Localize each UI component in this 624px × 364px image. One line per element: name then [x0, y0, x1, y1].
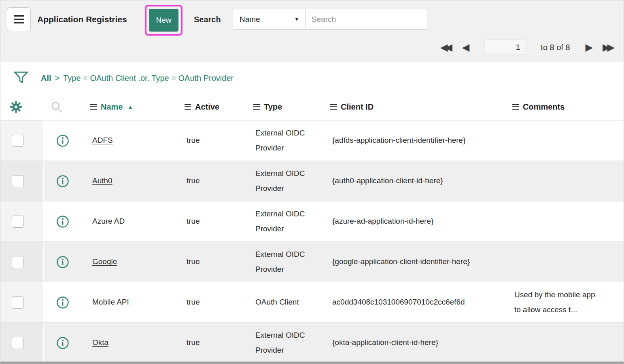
client-id-cell: {azure-ad-application-id-here}: [330, 214, 512, 229]
active-cell: true: [185, 133, 253, 148]
client-id-cell: {google-application-client-identifier-he…: [330, 254, 512, 269]
annotation-highlight: New: [145, 5, 183, 36]
name-cell: Mobile API: [90, 295, 185, 309]
type-cell: OAuth Client: [253, 295, 330, 309]
table-row: ADFS true External OIDC Provider {adfds-…: [0, 120, 624, 161]
active-cell: true: [185, 295, 253, 309]
last-page-icon[interactable]: ▶▶: [603, 42, 615, 52]
record-link[interactable]: Auth0: [92, 176, 112, 185]
column-menu-icon[interactable]: [185, 104, 191, 110]
client-id-cell: ac0dd3408c1031006907010c2cc6ef6d: [330, 295, 512, 309]
name-cell: Google: [90, 254, 185, 269]
table-row: Auth0 true External OIDC Provider {auth0…: [0, 161, 624, 201]
active-cell: true: [185, 214, 253, 229]
active-cell: true: [185, 174, 253, 188]
breadcrumb: All > Type = OAuth Client .or. Type = OA…: [41, 63, 233, 93]
row-select-cell: [0, 161, 44, 201]
table-row: Azure AD true External OIDC Provider {az…: [0, 201, 624, 241]
row-info-cell: [44, 323, 90, 363]
breadcrumb-separator: >: [55, 74, 60, 83]
name-cell: Azure AD: [90, 214, 185, 229]
record-link[interactable]: Okta: [92, 338, 108, 347]
info-icon[interactable]: [56, 215, 69, 228]
row-checkbox[interactable]: [12, 135, 24, 147]
sort-asc-icon: ▲: [127, 104, 133, 110]
row-select-cell: [0, 121, 44, 161]
hamburger-icon: [14, 15, 24, 23]
row-info-cell: [44, 201, 90, 241]
active-cell: true: [185, 335, 253, 350]
column-label-name: Name: [101, 102, 123, 112]
row-select-cell: [0, 242, 44, 282]
breadcrumb-condition-link[interactable]: Type = OAuth Client .or. Type = OAuth Pr…: [63, 74, 233, 83]
type-cell: External OIDC Provider: [253, 247, 330, 276]
record-link[interactable]: ADFS: [92, 136, 113, 144]
column-menu-icon[interactable]: [90, 104, 97, 110]
list-search-cell: [44, 101, 90, 113]
type-cell: External OIDC Provider: [253, 166, 330, 195]
search-icon[interactable]: [51, 101, 63, 113]
comments-cell: Used by the mobile app to allow access t…: [512, 288, 624, 317]
type-cell: External OIDC Provider: [253, 328, 330, 357]
breadcrumb-all-link[interactable]: All: [41, 74, 51, 83]
menu-button[interactable]: [7, 7, 31, 31]
row-checkbox[interactable]: [12, 256, 24, 268]
gear-icon[interactable]: [10, 101, 22, 113]
record-link[interactable]: Mobile API: [92, 298, 129, 306]
column-label-active: Active: [195, 102, 219, 112]
active-cell: true: [185, 254, 253, 269]
info-icon[interactable]: [56, 256, 69, 269]
pagination-range: to 8 of 8: [541, 43, 570, 52]
new-button[interactable]: New: [149, 9, 178, 32]
list-header: Application Registries New Search Name ▼…: [0, 0, 624, 62]
client-id-cell: {auth0-application-client-id-here}: [330, 174, 512, 188]
filter-bar: All > Type = OAuth Client .or. Type = OA…: [0, 63, 624, 93]
client-id-cell: {okta-application-client-id-here}: [330, 335, 512, 350]
record-link[interactable]: Google: [92, 257, 117, 266]
client-id-cell: {adfds-application-client-identifier-her…: [330, 133, 512, 148]
row-checkbox[interactable]: [12, 296, 24, 309]
name-cell: Auth0: [90, 174, 185, 188]
row-info-cell: [44, 121, 90, 161]
row-info-cell: [44, 161, 90, 201]
info-icon[interactable]: [56, 336, 69, 349]
select-arrow-box: ▼: [288, 9, 306, 29]
row-select-cell: [0, 282, 44, 322]
name-cell: ADFS: [90, 133, 185, 148]
column-header-type[interactable]: Type: [253, 102, 330, 112]
name-cell: Okta: [90, 335, 185, 350]
column-label-type: Type: [264, 102, 282, 112]
table-body: ADFS true External OIDC Provider {adfds-…: [0, 120, 624, 364]
column-header-active[interactable]: Active: [185, 102, 253, 112]
info-icon[interactable]: [56, 296, 69, 309]
column-header-name[interactable]: Name ▲: [90, 102, 185, 112]
bottom-edge-bar: [0, 362, 624, 364]
first-page-icon[interactable]: ◀◀: [440, 42, 452, 52]
column-menu-icon[interactable]: [330, 104, 337, 110]
column-header-comments[interactable]: Comments: [512, 102, 624, 112]
filter-funnel-icon[interactable]: [13, 71, 29, 85]
search-column-value: Name: [240, 15, 260, 24]
record-link[interactable]: Azure AD: [92, 217, 125, 225]
search-label: Search: [194, 15, 221, 24]
info-icon[interactable]: [56, 134, 69, 147]
column-label-comments: Comments: [523, 102, 565, 112]
row-info-cell: [44, 282, 90, 322]
row-checkbox[interactable]: [12, 175, 24, 187]
row-checkbox[interactable]: [12, 337, 24, 349]
next-page-icon[interactable]: ▶: [586, 42, 593, 52]
column-menu-icon[interactable]: [253, 104, 260, 110]
prev-page-icon[interactable]: ◀: [462, 42, 469, 52]
page-number-input[interactable]: [484, 40, 525, 55]
column-menu-icon[interactable]: [512, 104, 519, 110]
search-input[interactable]: [306, 9, 427, 30]
search-column-select[interactable]: Name ▼: [233, 9, 306, 30]
table-row: Google true External OIDC Provider {goog…: [0, 241, 624, 282]
type-cell: External OIDC Provider: [253, 126, 330, 155]
row-select-cell: [0, 201, 44, 241]
info-icon[interactable]: [56, 175, 69, 188]
table-row: Okta true External OIDC Provider {okta-a…: [0, 322, 624, 363]
column-header-client-id[interactable]: Client ID: [330, 102, 512, 112]
row-select-cell: [0, 323, 44, 363]
row-checkbox[interactable]: [12, 216, 24, 228]
